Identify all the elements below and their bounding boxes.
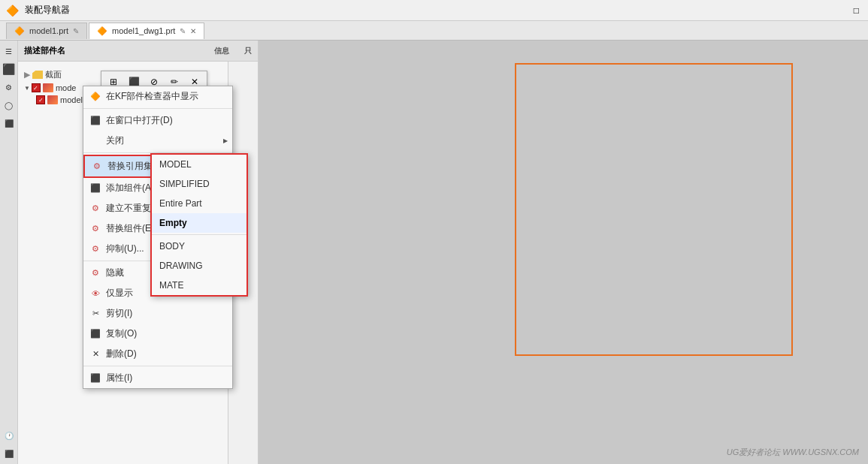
cm-open-window-label: 在窗口中打开(D) (106, 114, 226, 127)
cm-close-icon (89, 135, 101, 147)
part-icon-model (43, 83, 53, 92)
tab-model1-dwg-label: model1_dwg1.prt (112, 26, 175, 35)
cm-add-component-icon: ⬛ (89, 182, 101, 194)
title-bar: 🔶 装配导航器 □ (0, 0, 868, 21)
tree-expand-icon: ▼ (24, 85, 30, 92)
sidebar-icon-5[interactable]: ⬛ (2, 116, 17, 131)
cm-replace-comp-icon: ⚙ (89, 223, 101, 235)
folder-icon: ▶ (24, 70, 30, 80)
cm-divider-0 (83, 108, 232, 109)
title-bar-text: 装配导航器 (25, 4, 70, 17)
cm-properties[interactable]: ⬛ 属性(I) (83, 368, 232, 388)
cm-open-window-icon: ⬛ (89, 115, 101, 127)
tab-model1-dwg-close[interactable]: ✕ (190, 27, 196, 35)
cm-replace-refset-icon: ⚙ (91, 161, 103, 173)
cm-close-label: 关闭 (106, 134, 226, 147)
cm-cut-icon: ✂ (89, 308, 101, 320)
cm-show-only-icon: 👁 (89, 288, 101, 300)
icons-sidebar: ☰ ⬛ ⚙ ◯ ⬛ 🕐 ⬛ (0, 41, 18, 464)
cm-delete-label: 删除(D) (106, 348, 226, 360)
tab-bar: 🔶 model1.prt ✎ 🔶 model1_dwg1.prt ✎ ✕ (0, 21, 868, 41)
sm-entire-part[interactable]: Entire Part (152, 194, 246, 213)
sm-drawing[interactable]: DRAWING (152, 256, 246, 276)
sm-body[interactable]: BODY (152, 237, 246, 256)
sidebar-icon-4[interactable]: ◯ (2, 98, 17, 113)
sidebar-icon-3[interactable]: ⚙ (2, 80, 17, 95)
canvas-area: UG爱好者论坛 WWW.UGSNX.COM (259, 41, 868, 464)
title-bar-icon: 🔶 (6, 5, 19, 17)
sm-empty[interactable]: Empty (152, 213, 246, 233)
drawing-border (515, 63, 793, 356)
tab-model1-dwg[interactable]: 🔶 model1_dwg1.prt ✎ ✕ (89, 23, 204, 39)
cm-delete-icon: ✕ (89, 348, 101, 360)
sm-body-label: BODY (159, 241, 185, 252)
main-area: ☰ ⬛ ⚙ ◯ ⬛ 🕐 ⬛ 描述部件名 信息 只 ⊞ ⬛ ⊘ ✏ ✕ (0, 41, 868, 464)
sidebar-icon-7[interactable]: ⬛ (2, 446, 17, 461)
nav-header-cols: 信息 只 (214, 46, 252, 56)
folder-icon-visual (32, 71, 43, 79)
nav-header-col1: 信息 (214, 46, 229, 56)
cm-kf-inspector[interactable]: 🔶 在KF部件检查器中显示 (83, 86, 232, 107)
submenu-replace-refset: MODEL SIMPLIFIED Entire Part Empty BODY … (150, 153, 248, 297)
nav-tree-model-label: mode (56, 83, 77, 92)
cm-properties-icon: ⬛ (89, 372, 101, 384)
nav-header-col2: 只 (244, 46, 252, 56)
cm-copy[interactable]: ⬛ 复制(O) (83, 324, 232, 344)
cm-kf-icon: 🔶 (89, 91, 101, 103)
sidebar-icon-1[interactable]: ☰ (2, 44, 17, 59)
sm-mate[interactable]: MATE (152, 276, 246, 295)
cm-divider-3 (83, 366, 232, 366)
tab-model1-edit-icon: ✎ (73, 27, 79, 35)
cm-suppress-icon: ⚙ (89, 243, 101, 255)
sm-entire-part-label: Entire Part (159, 198, 202, 209)
cm-delete[interactable]: ✕ 删除(D) (83, 344, 232, 364)
cm-cut[interactable]: ✂ 剪切(I) (83, 303, 232, 324)
sm-divider-1 (152, 234, 246, 235)
tab-model1-dwg-icon: 🔶 (97, 26, 107, 36)
cm-close[interactable]: 关闭 (83, 131, 232, 151)
cm-properties-label: 属性(I) (106, 372, 226, 384)
cm-open-window[interactable]: ⬛ 在窗口中打开(D) (83, 110, 232, 131)
cm-copy-icon: ⬛ (89, 328, 101, 340)
tab-model1-dwg-edit-icon: ✎ (180, 27, 186, 35)
sidebar-icon-2[interactable]: ⬛ (2, 62, 17, 77)
sm-model-label: MODEL (159, 159, 192, 170)
watermark: UG爱好者论坛 WWW.UGSNX.COM (727, 447, 859, 458)
tab-model1[interactable]: 🔶 model1.prt ✎ (6, 23, 87, 39)
cm-cut-label: 剪切(I) (106, 307, 226, 320)
tree-checkbox-model[interactable]: ✓ (32, 83, 41, 92)
nav-header-title: 描述部件名 (24, 45, 65, 56)
nav-tree-jiepian-label: 截面 (45, 69, 62, 80)
sidebar-icon-6[interactable]: 🕐 (2, 428, 17, 443)
cm-no-repeat-icon: ⚙ (89, 203, 101, 215)
tree-checkbox-child[interactable]: ✓ (36, 95, 45, 104)
tab-model1-icon: 🔶 (14, 26, 25, 36)
tab-model1-label: model1.prt (29, 26, 68, 35)
sm-mate-label: MATE (159, 280, 183, 291)
part-icon-child (47, 95, 58, 104)
sm-empty-label: Empty (159, 218, 187, 228)
sm-drawing-label: DRAWING (159, 261, 203, 271)
title-bar-controls: □ (851, 5, 862, 16)
cm-kf-label: 在KF部件检查器中显示 (106, 90, 226, 103)
sm-model[interactable]: MODEL (152, 155, 246, 174)
nav-header: 描述部件名 信息 只 (18, 41, 258, 62)
cm-copy-label: 复制(O) (106, 327, 226, 340)
cm-hide-icon: ⚙ (89, 267, 101, 279)
sm-simplified-label: SIMPLIFIED (159, 179, 210, 189)
window-control[interactable]: □ (851, 5, 862, 16)
sm-simplified[interactable]: SIMPLIFIED (152, 174, 246, 194)
